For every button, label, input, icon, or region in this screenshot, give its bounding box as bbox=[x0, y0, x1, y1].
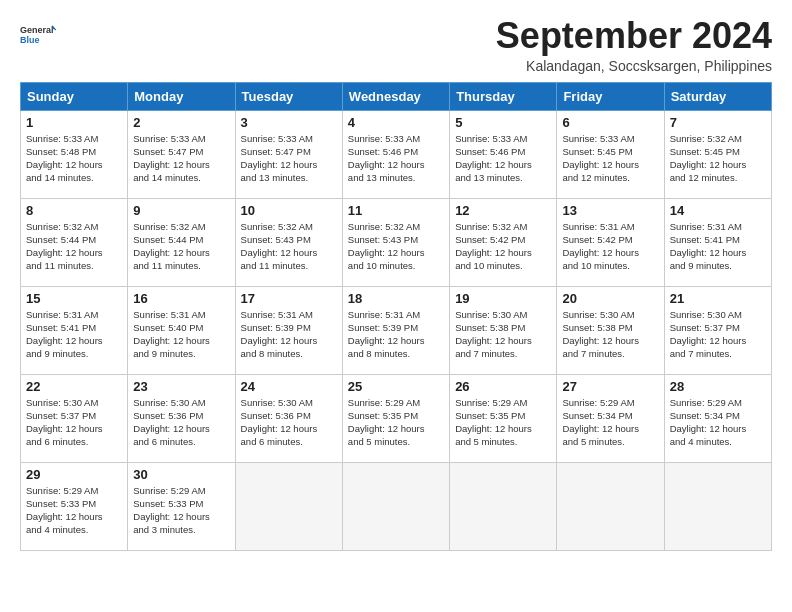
day-cell: 17Sunrise: 5:31 AM Sunset: 5:39 PM Dayli… bbox=[235, 286, 342, 374]
col-sunday: Sunday bbox=[21, 82, 128, 110]
day-cell: 15Sunrise: 5:31 AM Sunset: 5:41 PM Dayli… bbox=[21, 286, 128, 374]
header: General Blue September 2024 Kalandagan, … bbox=[20, 16, 772, 74]
day-info: Sunrise: 5:33 AM Sunset: 5:46 PM Dayligh… bbox=[348, 132, 444, 185]
col-tuesday: Tuesday bbox=[235, 82, 342, 110]
day-info: Sunrise: 5:29 AM Sunset: 5:35 PM Dayligh… bbox=[455, 396, 551, 449]
day-number: 17 bbox=[241, 291, 337, 306]
day-number: 5 bbox=[455, 115, 551, 130]
day-info: Sunrise: 5:32 AM Sunset: 5:43 PM Dayligh… bbox=[348, 220, 444, 273]
day-number: 18 bbox=[348, 291, 444, 306]
day-info: Sunrise: 5:33 AM Sunset: 5:46 PM Dayligh… bbox=[455, 132, 551, 185]
day-cell bbox=[664, 462, 771, 550]
day-number: 21 bbox=[670, 291, 766, 306]
day-number: 2 bbox=[133, 115, 229, 130]
day-info: Sunrise: 5:30 AM Sunset: 5:37 PM Dayligh… bbox=[26, 396, 122, 449]
day-cell: 11Sunrise: 5:32 AM Sunset: 5:43 PM Dayli… bbox=[342, 198, 449, 286]
day-info: Sunrise: 5:29 AM Sunset: 5:33 PM Dayligh… bbox=[26, 484, 122, 537]
day-number: 22 bbox=[26, 379, 122, 394]
day-info: Sunrise: 5:30 AM Sunset: 5:37 PM Dayligh… bbox=[670, 308, 766, 361]
day-number: 6 bbox=[562, 115, 658, 130]
day-number: 4 bbox=[348, 115, 444, 130]
day-cell: 20Sunrise: 5:30 AM Sunset: 5:38 PM Dayli… bbox=[557, 286, 664, 374]
day-number: 13 bbox=[562, 203, 658, 218]
day-info: Sunrise: 5:30 AM Sunset: 5:36 PM Dayligh… bbox=[133, 396, 229, 449]
week-row-2: 8Sunrise: 5:32 AM Sunset: 5:44 PM Daylig… bbox=[21, 198, 772, 286]
day-cell bbox=[450, 462, 557, 550]
day-info: Sunrise: 5:29 AM Sunset: 5:34 PM Dayligh… bbox=[670, 396, 766, 449]
day-number: 15 bbox=[26, 291, 122, 306]
day-number: 3 bbox=[241, 115, 337, 130]
week-row-5: 29Sunrise: 5:29 AM Sunset: 5:33 PM Dayli… bbox=[21, 462, 772, 550]
day-cell: 9Sunrise: 5:32 AM Sunset: 5:44 PM Daylig… bbox=[128, 198, 235, 286]
title-area: September 2024 Kalandagan, Soccsksargen,… bbox=[496, 16, 772, 74]
day-number: 29 bbox=[26, 467, 122, 482]
svg-text:Blue: Blue bbox=[20, 35, 40, 45]
day-info: Sunrise: 5:32 AM Sunset: 5:44 PM Dayligh… bbox=[26, 220, 122, 273]
day-cell: 12Sunrise: 5:32 AM Sunset: 5:42 PM Dayli… bbox=[450, 198, 557, 286]
day-cell: 3Sunrise: 5:33 AM Sunset: 5:47 PM Daylig… bbox=[235, 110, 342, 198]
day-cell: 5Sunrise: 5:33 AM Sunset: 5:46 PM Daylig… bbox=[450, 110, 557, 198]
day-cell: 23Sunrise: 5:30 AM Sunset: 5:36 PM Dayli… bbox=[128, 374, 235, 462]
day-number: 23 bbox=[133, 379, 229, 394]
day-cell: 28Sunrise: 5:29 AM Sunset: 5:34 PM Dayli… bbox=[664, 374, 771, 462]
logo: General Blue bbox=[20, 16, 56, 52]
day-cell: 16Sunrise: 5:31 AM Sunset: 5:40 PM Dayli… bbox=[128, 286, 235, 374]
day-info: Sunrise: 5:30 AM Sunset: 5:38 PM Dayligh… bbox=[562, 308, 658, 361]
day-number: 7 bbox=[670, 115, 766, 130]
day-info: Sunrise: 5:31 AM Sunset: 5:41 PM Dayligh… bbox=[670, 220, 766, 273]
day-number: 27 bbox=[562, 379, 658, 394]
day-cell: 7Sunrise: 5:32 AM Sunset: 5:45 PM Daylig… bbox=[664, 110, 771, 198]
col-monday: Monday bbox=[128, 82, 235, 110]
day-cell: 18Sunrise: 5:31 AM Sunset: 5:39 PM Dayli… bbox=[342, 286, 449, 374]
day-cell: 2Sunrise: 5:33 AM Sunset: 5:47 PM Daylig… bbox=[128, 110, 235, 198]
day-info: Sunrise: 5:33 AM Sunset: 5:47 PM Dayligh… bbox=[241, 132, 337, 185]
day-cell: 8Sunrise: 5:32 AM Sunset: 5:44 PM Daylig… bbox=[21, 198, 128, 286]
day-cell: 26Sunrise: 5:29 AM Sunset: 5:35 PM Dayli… bbox=[450, 374, 557, 462]
day-number: 10 bbox=[241, 203, 337, 218]
day-number: 8 bbox=[26, 203, 122, 218]
day-number: 1 bbox=[26, 115, 122, 130]
week-row-4: 22Sunrise: 5:30 AM Sunset: 5:37 PM Dayli… bbox=[21, 374, 772, 462]
location-title: Kalandagan, Soccsksargen, Philippines bbox=[496, 58, 772, 74]
day-cell bbox=[557, 462, 664, 550]
day-info: Sunrise: 5:33 AM Sunset: 5:48 PM Dayligh… bbox=[26, 132, 122, 185]
week-row-1: 1Sunrise: 5:33 AM Sunset: 5:48 PM Daylig… bbox=[21, 110, 772, 198]
col-friday: Friday bbox=[557, 82, 664, 110]
day-info: Sunrise: 5:31 AM Sunset: 5:39 PM Dayligh… bbox=[348, 308, 444, 361]
calendar: Sunday Monday Tuesday Wednesday Thursday… bbox=[20, 82, 772, 551]
col-saturday: Saturday bbox=[664, 82, 771, 110]
day-number: 16 bbox=[133, 291, 229, 306]
day-number: 26 bbox=[455, 379, 551, 394]
day-cell-1: 1Sunrise: 5:33 AM Sunset: 5:48 PM Daylig… bbox=[21, 110, 128, 198]
day-info: Sunrise: 5:32 AM Sunset: 5:42 PM Dayligh… bbox=[455, 220, 551, 273]
day-number: 30 bbox=[133, 467, 229, 482]
day-info: Sunrise: 5:31 AM Sunset: 5:41 PM Dayligh… bbox=[26, 308, 122, 361]
day-cell: 27Sunrise: 5:29 AM Sunset: 5:34 PM Dayli… bbox=[557, 374, 664, 462]
svg-text:General: General bbox=[20, 25, 54, 35]
day-info: Sunrise: 5:32 AM Sunset: 5:43 PM Dayligh… bbox=[241, 220, 337, 273]
day-info: Sunrise: 5:29 AM Sunset: 5:33 PM Dayligh… bbox=[133, 484, 229, 537]
day-info: Sunrise: 5:31 AM Sunset: 5:42 PM Dayligh… bbox=[562, 220, 658, 273]
day-cell: 10Sunrise: 5:32 AM Sunset: 5:43 PM Dayli… bbox=[235, 198, 342, 286]
day-number: 12 bbox=[455, 203, 551, 218]
day-cell: 14Sunrise: 5:31 AM Sunset: 5:41 PM Dayli… bbox=[664, 198, 771, 286]
day-info: Sunrise: 5:29 AM Sunset: 5:35 PM Dayligh… bbox=[348, 396, 444, 449]
day-info: Sunrise: 5:32 AM Sunset: 5:45 PM Dayligh… bbox=[670, 132, 766, 185]
month-title: September 2024 bbox=[496, 16, 772, 56]
day-cell: 29Sunrise: 5:29 AM Sunset: 5:33 PM Dayli… bbox=[21, 462, 128, 550]
day-info: Sunrise: 5:32 AM Sunset: 5:44 PM Dayligh… bbox=[133, 220, 229, 273]
col-thursday: Thursday bbox=[450, 82, 557, 110]
day-number: 24 bbox=[241, 379, 337, 394]
day-cell: 4Sunrise: 5:33 AM Sunset: 5:46 PM Daylig… bbox=[342, 110, 449, 198]
day-info: Sunrise: 5:30 AM Sunset: 5:38 PM Dayligh… bbox=[455, 308, 551, 361]
day-cell: 19Sunrise: 5:30 AM Sunset: 5:38 PM Dayli… bbox=[450, 286, 557, 374]
day-info: Sunrise: 5:30 AM Sunset: 5:36 PM Dayligh… bbox=[241, 396, 337, 449]
day-number: 28 bbox=[670, 379, 766, 394]
day-cell: 25Sunrise: 5:29 AM Sunset: 5:35 PM Dayli… bbox=[342, 374, 449, 462]
day-number: 20 bbox=[562, 291, 658, 306]
day-cell: 6Sunrise: 5:33 AM Sunset: 5:45 PM Daylig… bbox=[557, 110, 664, 198]
day-cell: 13Sunrise: 5:31 AM Sunset: 5:42 PM Dayli… bbox=[557, 198, 664, 286]
day-cell: 24Sunrise: 5:30 AM Sunset: 5:36 PM Dayli… bbox=[235, 374, 342, 462]
day-info: Sunrise: 5:33 AM Sunset: 5:47 PM Dayligh… bbox=[133, 132, 229, 185]
day-info: Sunrise: 5:33 AM Sunset: 5:45 PM Dayligh… bbox=[562, 132, 658, 185]
